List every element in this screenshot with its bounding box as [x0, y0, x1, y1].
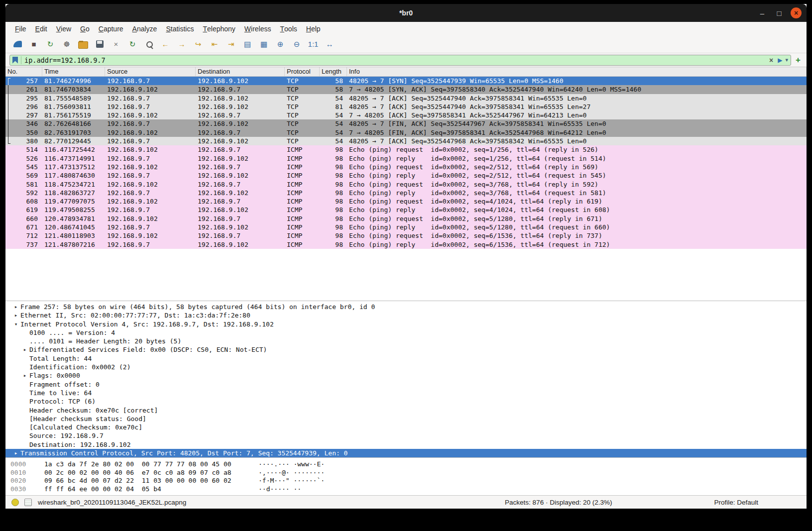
filter-add-icon[interactable]: + — [796, 55, 803, 65]
column-header-time[interactable]: Time — [42, 67, 105, 76]
menu-edit[interactable]: Edit — [31, 22, 52, 35]
filter-dropdown-icon[interactable]: ▾ — [786, 57, 789, 63]
packet-row[interactable]: 545 117.473137512 192.168.9.102 192.168.… — [5, 163, 807, 171]
menu-analyze[interactable]: Analyze — [128, 22, 162, 35]
expand-arrow-icon[interactable] — [20, 389, 29, 397]
hex-ascii[interactable]: ··d····· ·· — [258, 485, 301, 494]
expand-arrow-icon[interactable] — [20, 415, 29, 423]
profile-selector[interactable]: Profile: Default — [714, 499, 758, 506]
detail-line[interactable]: 0100 .... = Version: 4 — [5, 328, 807, 337]
packet-row[interactable]: 581 118.475234721 192.168.9.102 192.168.… — [5, 180, 807, 189]
expert-info-icon[interactable] — [11, 499, 19, 506]
zoom-100-icon[interactable]: 1:1 — [307, 38, 319, 50]
hex-row[interactable]: 002009 66 bc 4d 00 07 d2 22 11 03 00 00 … — [10, 477, 807, 485]
column-header-protocol[interactable]: Protocol — [285, 67, 320, 76]
close-file-icon[interactable]: × — [110, 38, 122, 50]
packet-row[interactable]: 380 82.770129445 192.168.9.7 192.168.9.1… — [5, 137, 807, 145]
packet-row[interactable]: 261 81.746703834 192.168.9.102 192.168.9… — [5, 85, 807, 94]
expand-arrow-icon[interactable] — [20, 354, 29, 363]
expand-arrow-icon[interactable]: ▸ — [11, 311, 20, 319]
packet-row[interactable]: 514 116.471725442 192.168.9.102 192.168.… — [5, 145, 807, 154]
column-header-info[interactable]: Info — [347, 67, 807, 76]
detail-line[interactable]: Header checksum: 0xe70c [correct] — [5, 406, 807, 415]
detail-line[interactable]: ▾Internet Protocol Version 4, Src: 192.1… — [5, 320, 807, 328]
expand-arrow-icon[interactable]: ▸ — [11, 449, 20, 457]
menu-telephony[interactable]: Telephony — [198, 22, 239, 35]
filter-apply-icon[interactable]: ▶ — [778, 57, 782, 64]
hex-bytes[interactable]: 00 2c 00 02 00 00 40 06 e7 0c c0 a8 09 0… — [44, 469, 243, 477]
detail-line[interactable]: ▸Ethernet II, Src: 02:00:00:77:77:77, Ds… — [5, 311, 807, 319]
packet-row[interactable]: 295 81.755548589 192.168.9.7 192.168.9.1… — [5, 94, 807, 103]
hex-ascii[interactable]: ·,····@· ········ — [258, 469, 325, 477]
menu-file[interactable]: File — [10, 22, 31, 35]
capture-comment-icon[interactable] — [24, 499, 32, 506]
hex-bytes[interactable]: 09 66 bc 4d 00 07 d2 22 11 03 00 00 00 0… — [44, 477, 243, 485]
packet-row[interactable]: 297 81.756175519 192.168.9.102 192.168.9… — [5, 111, 807, 119]
packet-row[interactable]: 526 116.473714991 192.168.9.7 192.168.9.… — [5, 154, 807, 163]
packet-row[interactable]: 737 121.487807216 192.168.9.7 192.168.9.… — [5, 240, 807, 249]
detail-line[interactable]: Protocol: TCP (6) — [5, 397, 807, 406]
packet-row[interactable]: 569 117.480874630 192.168.9.7 192.168.9.… — [5, 171, 807, 180]
menu-statistics[interactable]: Statistics — [161, 22, 198, 35]
hex-row[interactable]: 0030ff ff 64 ee 00 00 02 04 05 b4··d····… — [10, 485, 807, 494]
packet-row[interactable]: 619 119.479508255 192.168.9.7 192.168.9.… — [5, 206, 807, 214]
packet-row[interactable]: 660 120.478934781 192.168.9.102 192.168.… — [5, 214, 807, 223]
hex-ascii[interactable]: ·f·M···" ······`· — [258, 477, 325, 485]
close-button[interactable]: × — [791, 7, 802, 18]
zoom-out-icon[interactable]: ⊖ — [291, 38, 303, 50]
filter-text[interactable]: ip.addr==192.168.9.7 — [24, 56, 765, 64]
zoom-in-icon[interactable]: ⊕ — [274, 38, 286, 50]
open-file-icon[interactable] — [77, 38, 89, 50]
detail-line[interactable]: Source: 192.168.9.7 — [5, 431, 807, 440]
packet-row[interactable]: 296 81.756093811 192.168.9.7 192.168.9.1… — [5, 103, 807, 111]
detail-line[interactable]: Total Length: 44 — [5, 354, 807, 363]
menu-go[interactable]: Go — [76, 22, 94, 35]
save-file-icon[interactable] — [94, 38, 106, 50]
expand-arrow-icon[interactable]: ▾ — [11, 320, 20, 328]
packet-row[interactable]: 257 81.746274996 192.168.9.7 192.168.9.1… — [5, 77, 807, 85]
packet-row[interactable]: 346 82.762648166 192.168.9.7 192.168.9.1… — [5, 119, 807, 128]
detail-line[interactable]: [Header checksum status: Good] — [5, 415, 807, 423]
auto-scroll-icon[interactable]: ▤ — [241, 38, 253, 50]
packet-row[interactable]: 350 82.763191703 192.168.9.102 192.168.9… — [5, 128, 807, 137]
expand-arrow-icon[interactable] — [20, 431, 29, 440]
hex-bytes[interactable]: 1a c3 da 7f 2e 80 02 00 00 77 77 77 08 0… — [44, 460, 243, 469]
go-to-packet-icon[interactable]: ↪ — [192, 38, 204, 50]
packet-row[interactable]: 712 121.480118903 192.168.9.102 192.168.… — [5, 231, 807, 240]
menu-view[interactable]: View — [52, 22, 76, 35]
hex-ascii[interactable]: ····.··· ·www··E· — [258, 460, 325, 469]
start-capture-icon[interactable] — [11, 38, 23, 50]
detail-line[interactable]: ▸Differentiated Services Field: 0x00 (DS… — [5, 345, 807, 354]
detail-line[interactable]: Time to live: 64 — [5, 389, 807, 397]
hex-row[interactable]: 00001a c3 da 7f 2e 80 02 00 00 77 77 77 … — [10, 460, 807, 469]
first-packet-icon[interactable]: ⇤ — [209, 38, 221, 50]
expand-arrow-icon[interactable] — [20, 406, 29, 415]
detail-line[interactable]: ▸Frame 257: 58 bytes on wire (464 bits),… — [5, 303, 807, 311]
restart-capture-icon[interactable]: ↻ — [44, 38, 56, 50]
hex-row[interactable]: 001000 2c 00 02 00 00 40 06 e7 0c c0 a8 … — [10, 469, 807, 477]
column-header-source[interactable]: Source — [105, 67, 196, 76]
maximize-button[interactable]: □ — [774, 7, 785, 18]
stop-capture-icon[interactable]: ■ — [28, 38, 40, 50]
detail-line[interactable]: Fragment offset: 0 — [5, 380, 807, 389]
last-packet-icon[interactable]: ⇥ — [225, 38, 237, 50]
filter-clear-icon[interactable]: × — [768, 56, 775, 64]
expand-arrow-icon[interactable]: ▸ — [20, 345, 29, 354]
menu-capture[interactable]: Capture — [94, 22, 128, 35]
go-forward-icon[interactable]: → — [176, 38, 188, 50]
minimize-button[interactable]: – — [757, 7, 768, 18]
display-filter-input[interactable]: ip.addr==192.168.9.7 × ▶ ▾ — [9, 55, 791, 66]
capture-options-icon[interactable]: ☸ — [61, 38, 73, 50]
expand-arrow-icon[interactable]: ▸ — [11, 303, 20, 311]
colorize-icon[interactable]: ▦ — [258, 38, 270, 50]
menu-wireless[interactable]: Wireless — [240, 22, 276, 35]
column-header-length[interactable]: Length — [320, 67, 347, 76]
filter-bookmark-icon[interactable] — [12, 57, 18, 64]
detail-line[interactable]: .... 0101 = Header Length: 20 bytes (5) — [5, 337, 807, 345]
packet-row[interactable]: 671 120.486741045 192.168.9.7 192.168.9.… — [5, 223, 807, 231]
go-back-icon[interactable]: ← — [159, 38, 171, 50]
hex-bytes[interactable]: ff ff 64 ee 00 00 02 04 05 b4 — [44, 485, 243, 494]
expand-arrow-icon[interactable]: ▸ — [20, 371, 29, 380]
expand-arrow-icon[interactable] — [20, 328, 29, 337]
expand-arrow-icon[interactable] — [20, 440, 29, 449]
